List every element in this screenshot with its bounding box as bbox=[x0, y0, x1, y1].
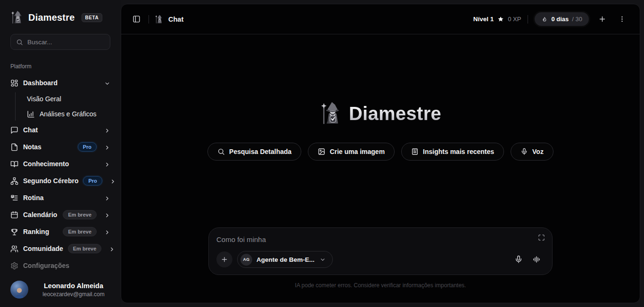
sidebar-item-label: Análises e Gráficos bbox=[40, 110, 110, 118]
sidebar-item-notas[interactable]: Notas Pro bbox=[7, 139, 114, 154]
app-root: Diamestre BETA Platform Dashboard Visão … bbox=[0, 0, 644, 307]
plus-icon bbox=[221, 256, 228, 263]
agent-selector[interactable]: AG Agente de Bem-E... bbox=[237, 251, 333, 268]
user-meta: Leonardo Almeida leocezardev@gmail.com bbox=[34, 282, 113, 298]
main-header: Chat Nível 1 0 XP 0 dias / 30 bbox=[121, 4, 640, 34]
header-divider bbox=[149, 15, 149, 24]
hero-logo: Diamestre bbox=[320, 101, 441, 126]
diamestre-wizard-hero-icon bbox=[320, 101, 344, 126]
sidebar-item-rotina[interactable]: Rotina bbox=[7, 190, 114, 205]
user-email: leocezardev@gmail.com bbox=[42, 291, 105, 298]
file-icon bbox=[10, 143, 18, 151]
sidebar-logo-row[interactable]: Diamestre BETA bbox=[0, 0, 121, 29]
trophy-icon bbox=[10, 228, 18, 236]
composer-right bbox=[513, 254, 545, 265]
sidebar-item-dashboard[interactable]: Dashboard bbox=[7, 75, 114, 90]
quick-actions: Pesquisa Detalhada Crie uma imagem Insig… bbox=[207, 143, 553, 161]
sidebar-search bbox=[0, 29, 121, 53]
em-breve-badge: Em breve bbox=[63, 227, 97, 236]
header-divider bbox=[528, 15, 528, 24]
gear-icon bbox=[10, 262, 18, 270]
composer[interactable]: AG Agente de Bem-E... bbox=[208, 227, 553, 275]
pro-badge: Pro bbox=[83, 176, 102, 186]
header-left: Chat bbox=[130, 13, 183, 26]
diamestre-wizard-logo-icon bbox=[10, 10, 25, 24]
chat-bubble-icon bbox=[10, 126, 18, 134]
sidebar-item-segundo-cerebro[interactable]: Segundo Cérebro Pro bbox=[7, 173, 114, 188]
bar-chart-icon bbox=[27, 110, 35, 118]
action-label: Pesquisa Detalhada bbox=[229, 148, 291, 155]
agent-avatar: AG bbox=[240, 254, 252, 266]
sidebar-item-calendario[interactable]: Calendário Em breve bbox=[7, 207, 114, 222]
microphone-icon bbox=[520, 148, 528, 155]
expand-icon[interactable] bbox=[537, 234, 545, 242]
chevron-right-icon bbox=[110, 178, 116, 184]
create-image-button[interactable]: Crie uma imagem bbox=[308, 143, 395, 161]
level-label: Nível 1 bbox=[473, 16, 494, 23]
em-breve-badge: Em breve bbox=[63, 210, 97, 219]
sidebar-item-configuracoes[interactable]: Configurações bbox=[7, 258, 114, 273]
chevron-down-icon bbox=[104, 80, 110, 86]
search-box[interactable] bbox=[10, 34, 110, 50]
users-icon bbox=[10, 245, 18, 253]
composer-left: AG Agente de Bem-E... bbox=[216, 251, 333, 268]
more-options-button[interactable] bbox=[615, 13, 628, 26]
page-title-label: Chat bbox=[168, 16, 183, 23]
chevron-right-icon bbox=[109, 246, 115, 252]
microphone-button[interactable] bbox=[513, 254, 524, 265]
dashboard-icon bbox=[10, 79, 18, 87]
streak-days: 0 dias bbox=[551, 16, 569, 23]
search-input[interactable] bbox=[27, 39, 105, 46]
sidebar-nav: Platform Dashboard Visão Geral Análises … bbox=[0, 53, 121, 274]
chevron-right-icon bbox=[104, 229, 110, 235]
streak-pill[interactable]: 0 dias / 30 bbox=[535, 12, 589, 26]
pro-badge: Pro bbox=[78, 142, 97, 152]
star-icon bbox=[497, 16, 504, 23]
search-icon bbox=[16, 39, 23, 46]
latest-insights-button[interactable]: Insights mais recentes bbox=[401, 143, 504, 161]
sidebar-item-label: Ranking bbox=[23, 228, 58, 235]
chevron-down-icon bbox=[320, 257, 326, 263]
action-label: Insights mais recentes bbox=[423, 148, 494, 155]
new-chat-button[interactable] bbox=[595, 13, 609, 26]
detailed-search-button[interactable]: Pesquisa Detalhada bbox=[207, 143, 301, 161]
xp-label: 0 XP bbox=[508, 16, 521, 23]
sidebar-item-label: Comunidade bbox=[23, 245, 63, 252]
avatar bbox=[10, 281, 28, 299]
message-input[interactable] bbox=[216, 235, 518, 243]
ai-disclaimer: IA pode cometer erros. Considere verific… bbox=[295, 282, 466, 289]
sidebar-item-visao-geral[interactable]: Visão Geral bbox=[23, 92, 114, 105]
sidebar-item-label: Rotina bbox=[23, 194, 99, 202]
sidebar-toggle-button[interactable] bbox=[130, 13, 143, 26]
chevron-right-icon bbox=[104, 212, 110, 218]
sidebar-item-label: Notas bbox=[23, 143, 73, 151]
sidebar-item-label: Conhecimento bbox=[23, 160, 99, 168]
beta-badge: BETA bbox=[82, 13, 103, 22]
sidebar-item-conhecimento[interactable]: Conhecimento bbox=[7, 156, 114, 171]
chat-content: Diamestre Pesquisa Detalhada Crie uma im… bbox=[121, 34, 640, 303]
image-icon bbox=[318, 148, 325, 155]
user-profile[interactable]: Leonardo Almeida leocezardev@gmail.com bbox=[0, 274, 121, 307]
book-open-icon bbox=[10, 160, 18, 168]
sidebar-item-label: Dashboard bbox=[23, 79, 99, 87]
calendar-icon bbox=[10, 211, 18, 219]
voice-button[interactable]: Voz bbox=[511, 143, 553, 161]
voice-waveform-button[interactable] bbox=[531, 254, 542, 265]
flame-icon bbox=[541, 16, 548, 23]
chevron-right-icon bbox=[104, 144, 110, 150]
action-label: Crie uma imagem bbox=[330, 148, 385, 155]
dashboard-submenu: Visão Geral Análises e Gráficos bbox=[15, 92, 114, 121]
chevron-right-icon bbox=[104, 161, 110, 167]
sidebar-item-label: Visão Geral bbox=[27, 95, 110, 103]
attach-button[interactable] bbox=[216, 251, 232, 267]
sidebar-item-comunidade[interactable]: Comunidade Em breve bbox=[7, 241, 114, 256]
sidebar-item-ranking[interactable]: Ranking Em breve bbox=[7, 224, 114, 239]
action-label: Voz bbox=[532, 148, 544, 155]
diamestre-wizard-mini-icon bbox=[155, 15, 164, 24]
sidebar-item-chat[interactable]: Chat bbox=[7, 122, 114, 137]
user-name: Leonardo Almeida bbox=[44, 282, 103, 290]
sidebar-item-analises-graficos[interactable]: Análises e Gráficos bbox=[23, 107, 114, 121]
sidebar-item-label: Segundo Cérebro bbox=[23, 177, 78, 185]
network-icon bbox=[10, 177, 18, 185]
sidebar-item-label: Configurações bbox=[23, 262, 110, 269]
